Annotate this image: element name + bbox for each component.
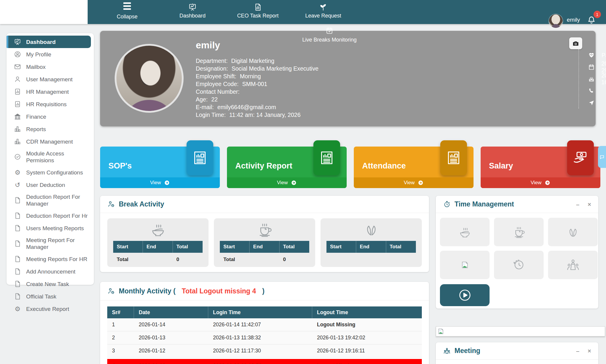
break-table: Start End Total xyxy=(326,241,416,266)
dashboard-board-icon xyxy=(188,2,197,11)
stat-cards: SOP's View Activity Report View Attendan… xyxy=(100,147,600,188)
sidebar-item-dashboard[interactable]: Dashboard xyxy=(7,36,91,48)
report-document-icon xyxy=(440,140,467,175)
chat-widget-tab[interactable] xyxy=(598,146,606,168)
user-avatar[interactable] xyxy=(549,14,563,28)
close-icon[interactable]: × xyxy=(588,348,591,354)
user-icon xyxy=(14,75,21,83)
top-navbar: Collapse Dashboard CEO Task Report Leave… xyxy=(0,0,606,24)
view-sops-button[interactable]: View xyxy=(100,177,220,188)
card-salary[interactable]: Salary View xyxy=(481,147,600,188)
sidebar-item-meeting-reports-for-hr[interactable]: Meeting Reports For HR xyxy=(7,253,94,265)
sidebar-item-finance[interactable]: Finance xyxy=(7,110,94,123)
view-attendance-button[interactable]: View xyxy=(354,177,474,188)
phone-icon xyxy=(588,87,595,94)
panel-title-suffix: ) xyxy=(262,287,265,295)
field-login-time: Login Time:11:42 am: 14 January, 2026 xyxy=(196,111,318,119)
sidebar-item-add-announcement[interactable]: Add Announcement xyxy=(7,265,94,278)
sidebar-item-my-profile[interactable]: My Profile xyxy=(7,48,94,61)
break-tiles: Start End Total Total 0 Start End T xyxy=(100,213,429,272)
field-employee-code: Employee Code:SMM-001 xyxy=(196,80,318,88)
calendar-check-icon xyxy=(326,27,333,36)
card-sops[interactable]: SOP's View xyxy=(100,147,220,188)
card-attendance[interactable]: Attendance View xyxy=(354,147,474,188)
nav-item-leave-request[interactable]: Leave Request xyxy=(291,2,356,19)
nav-item-collapse[interactable]: Collapse xyxy=(94,2,160,20)
card-title: Attendance xyxy=(362,161,406,171)
stopwatch-icon xyxy=(443,201,451,208)
change-photo-button[interactable] xyxy=(569,37,582,49)
tea-cup-icon xyxy=(512,225,526,239)
bar-chart-icon xyxy=(14,138,21,145)
tile-lunch-break[interactable] xyxy=(440,218,490,246)
tea-cup-icon xyxy=(214,218,315,241)
meeting-header: Meeting – × xyxy=(436,342,598,360)
break-activity-panel: Break Activity Start End Total Total 0 xyxy=(100,196,429,272)
sidebar-item-users-meeting-reports[interactable]: Users Meeting Reports xyxy=(7,222,94,234)
tile-unknown-break[interactable] xyxy=(440,251,490,279)
chart-document-icon xyxy=(14,88,21,96)
tile-prayer-break[interactable] xyxy=(548,218,598,246)
sidebar-item-user-deduction[interactable]: ↺ User Deduction xyxy=(7,179,94,191)
break-table-header: Start End Total xyxy=(220,241,309,253)
meeting-icon xyxy=(443,347,451,355)
broken-image-icon xyxy=(461,261,469,269)
break-tile-prayer[interactable]: Start End Total xyxy=(321,218,422,267)
play-icon xyxy=(458,288,472,302)
nav-item-dashboard[interactable]: Dashboard xyxy=(160,2,225,19)
tile-time-history[interactable] xyxy=(494,251,544,279)
notification-badge[interactable]: 1 xyxy=(594,11,601,18)
view-activity-report-button[interactable]: View xyxy=(227,177,347,188)
sidebar-item-meeting-report-for-manager[interactable]: Meeting Report For Manager xyxy=(7,234,94,253)
table-row: 1 2026-01-14 2026-01-14 11:42:07 Logout … xyxy=(107,318,422,331)
field-age: Age:22 xyxy=(196,96,318,103)
heartbeat-icon xyxy=(588,52,595,59)
sidebar-item-module-access-permisions[interactable]: Module Access Permisions xyxy=(7,148,94,166)
meeting-panel: Meeting – × xyxy=(436,342,598,364)
field-employee-shift: Employee Shift:Morning xyxy=(196,72,318,80)
monthly-activity-table: Sr# Date Login Time Logout Time 1 2026-0… xyxy=(107,306,422,364)
profile-banner: emily Department:Digital Marketing Desig… xyxy=(100,31,596,126)
close-icon[interactable]: × xyxy=(588,201,591,207)
sidebar-item-system-configurations[interactable]: ⚙ System Configurations xyxy=(7,166,94,179)
sidebar-item-create-new-task[interactable]: Create New Task xyxy=(7,278,94,290)
card-activity-report[interactable]: Activity Report View xyxy=(227,147,347,188)
tile-tea-break[interactable] xyxy=(494,218,544,246)
arrow-circle-right-icon xyxy=(164,180,170,186)
file-icon xyxy=(14,196,21,204)
user-name[interactable]: emily xyxy=(567,17,580,23)
employee-name: emily xyxy=(196,40,220,51)
clock-history-icon xyxy=(512,258,526,272)
sidebar-item-deduction-report-for-hr[interactable]: Deduction Report For Hr xyxy=(7,209,94,222)
minimize-icon[interactable]: – xyxy=(576,201,579,207)
table-row: 3 2026-01-12 2026-01-12 11:17:30 2026-01… xyxy=(107,344,422,357)
break-tile-lunch[interactable]: Start End Total Total 0 xyxy=(107,218,209,267)
sidebar-item-executive-report[interactable]: ⚙ Executive Report xyxy=(7,303,94,315)
sidebar-item-mailbox[interactable]: Mailbox xyxy=(7,61,94,73)
birthday-cake-icon xyxy=(588,75,595,82)
view-salary-button[interactable]: View xyxy=(481,177,600,188)
file-icon xyxy=(14,280,21,288)
nav-item-live-breaks-monitoring[interactable]: Live Breaks Monitoring xyxy=(289,27,370,43)
sidebar-item-hr-management[interactable]: HR Management xyxy=(7,85,94,98)
card-title: Activity Report xyxy=(235,161,292,171)
table-row-logout-missing: 4 2026-01-09 2026-01-09 11:13:58 Logout … xyxy=(107,357,422,364)
minimize-icon[interactable]: – xyxy=(576,348,579,354)
arrow-circle-right-icon xyxy=(291,180,297,186)
panel-title: Break Activity xyxy=(119,200,164,208)
break-tile-tea[interactable]: Start End Total Total 0 xyxy=(214,218,315,267)
sidebar-item-user-management[interactable]: User Management xyxy=(7,73,94,85)
chat-bubble-icon xyxy=(599,155,605,160)
field-designation: Designation:Social Media Marketing Execu… xyxy=(196,65,318,72)
nav-item-ceo-task-report[interactable]: CEO Task Report xyxy=(225,2,291,19)
start-break-button[interactable] xyxy=(440,284,490,306)
sidebar-item-cdr-management[interactable]: CDR Management xyxy=(7,135,94,148)
time-management-header: Time Management – × xyxy=(436,196,598,213)
sidebar-item-official-task[interactable]: Official Task xyxy=(7,290,94,303)
sidebar-item-deduction-report-for-manager[interactable]: Deduction Report For Manager xyxy=(7,191,94,209)
sidebar-item-hr-requisitions[interactable]: HR Requisitions xyxy=(7,98,94,110)
cash-in-hand-icon xyxy=(567,140,594,175)
tile-meeting[interactable] xyxy=(548,251,598,279)
break-table-row: Total 0 xyxy=(113,253,203,266)
sidebar-item-reports[interactable]: Reports xyxy=(7,123,94,135)
